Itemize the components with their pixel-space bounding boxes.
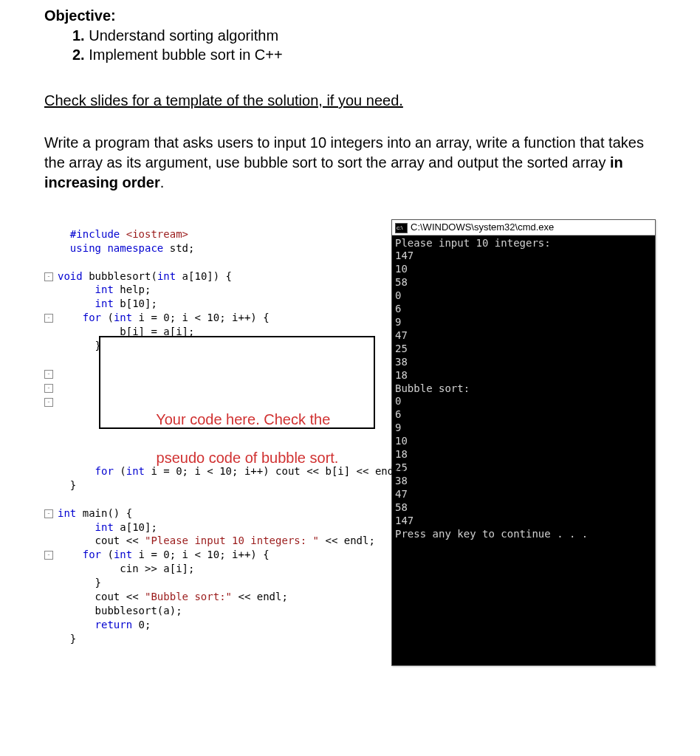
- code-token: bubblesort(a);: [95, 605, 182, 616]
- code-token: int: [114, 312, 132, 323]
- code-token: int: [157, 270, 176, 282]
- code-token: for: [83, 549, 101, 560]
- code-token: a[10];: [114, 521, 157, 533]
- code-token: i = 0; i < 10; i++) {: [132, 312, 269, 323]
- code-and-terminal-row: #include <iostream> using namespace std;…: [44, 213, 656, 673]
- code-token: for: [83, 312, 101, 323]
- instructions-text: Write a program that asks users to input…: [44, 134, 644, 171]
- code-token: using: [70, 242, 108, 254]
- list-number: 2.: [72, 47, 85, 63]
- code-editor: #include <iostream> using namespace std;…: [44, 213, 414, 673]
- document-page: Objective: 1. Understand sorting algorit…: [0, 0, 700, 703]
- code-token: return: [95, 619, 133, 630]
- instructions-end: .: [160, 174, 165, 190]
- fold-icon[interactable]: -: [44, 272, 53, 281]
- placeholder-line1: Your code here. Check the: [156, 411, 330, 427]
- list-item: 1. Understand sorting algorithm: [72, 26, 656, 45]
- code-token: <iostream>: [126, 228, 188, 240]
- terminal-title-bar: c:\C:\WINDOWS\system32\cmd.exe: [392, 220, 655, 236]
- terminal-title-text: C:\WINDOWS\system32\cmd.exe: [411, 221, 554, 233]
- code-token: }: [95, 577, 101, 588]
- code-token: 0;: [132, 619, 151, 630]
- fold-icon[interactable]: -: [44, 384, 53, 393]
- code-token: cout <<: [95, 535, 145, 546]
- code-token: }: [70, 479, 76, 491]
- code-token: std;: [163, 242, 194, 254]
- code-token: cout <<: [95, 591, 145, 602]
- fold-icon[interactable]: -: [44, 370, 53, 379]
- objective-list: 1. Understand sorting algorithm 2. Imple…: [72, 26, 656, 64]
- code-token: b[10];: [114, 298, 157, 309]
- code-token: int: [114, 549, 132, 560]
- fold-icon[interactable]: -: [44, 314, 53, 323]
- code-placeholder-box: Your code here. Check the pseudo code of…: [99, 336, 375, 429]
- code-token: void: [58, 270, 83, 282]
- fold-icon[interactable]: -: [44, 509, 53, 518]
- code-token: #include: [70, 228, 126, 240]
- list-number: 1.: [72, 27, 85, 44]
- terminal-window: c:\C:\WINDOWS\system32\cmd.exe Please in…: [391, 219, 656, 666]
- code-token: i = 0; i < 10; i++) {: [132, 549, 269, 560]
- code-token: int: [58, 507, 76, 519]
- list-item: 2. Implement bubble sort in C++: [72, 45, 656, 64]
- check-slides-link: Check slides for a template of the solut…: [44, 92, 403, 109]
- code-token: cin >> a[i];: [120, 563, 194, 574]
- code-token: a[10]) {: [176, 270, 232, 282]
- code-token: "Please input 10 integers: ": [145, 535, 319, 546]
- code-token: (: [101, 312, 114, 323]
- placeholder-line2: pseudo code of bubble sort.: [157, 450, 339, 466]
- code-token: (: [101, 549, 114, 560]
- fold-icon[interactable]: -: [44, 551, 53, 560]
- terminal-output: Please input 10 integers: 147 10 58 0 6 …: [392, 236, 655, 665]
- list-text: Implement bubble sort in C++: [89, 47, 282, 63]
- code-token: int: [95, 298, 114, 309]
- instructions-paragraph: Write a program that asks users to input…: [44, 133, 656, 193]
- code-token: << endl;: [232, 591, 288, 602]
- list-text: Understand sorting algorithm: [89, 27, 278, 44]
- code-token: "Bubble sort:": [145, 591, 232, 602]
- objective-heading: Objective:: [44, 7, 656, 24]
- fold-icon[interactable]: -: [44, 398, 53, 407]
- code-token: int: [95, 284, 114, 295]
- code-token: help;: [114, 284, 151, 295]
- code-token: bubblesort(: [83, 270, 157, 282]
- code-token: << endl;: [319, 535, 375, 546]
- code-token: }: [70, 633, 76, 645]
- code-token: int: [95, 521, 114, 533]
- placeholder-text: Your code here. Check the pseudo code of…: [100, 365, 374, 487]
- code-token: namespace: [107, 242, 163, 254]
